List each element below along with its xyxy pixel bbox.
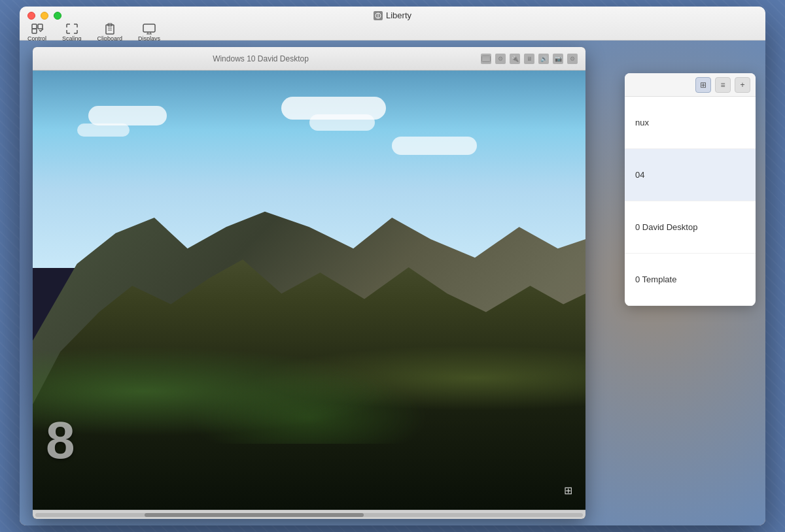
dropdown-header: ⊞ ≡ + bbox=[625, 73, 756, 97]
svg-rect-4 bbox=[32, 29, 37, 33]
keyboard-icon[interactable] bbox=[481, 54, 491, 64]
cloud-2 bbox=[77, 124, 130, 137]
grid-view-button[interactable]: ⊞ bbox=[695, 77, 711, 93]
title-bar: Liberty Control bbox=[20, 7, 765, 41]
svg-rect-2 bbox=[32, 24, 37, 29]
toolbar-displays[interactable]: Displays bbox=[135, 22, 163, 42]
gear-icon[interactable]: ⚙ bbox=[567, 54, 578, 64]
vm-title: Windows 10 David Desktop bbox=[41, 54, 481, 63]
scrollbar-track bbox=[35, 513, 583, 517]
snapshot-icon[interactable]: 📷 bbox=[553, 54, 563, 64]
item-template-text: 0 Template bbox=[635, 274, 676, 284]
app-icon bbox=[374, 11, 383, 20]
close-button[interactable] bbox=[27, 12, 35, 20]
title-bar-top: Liberty bbox=[20, 7, 765, 24]
toolbar-control[interactable]: Control bbox=[25, 22, 49, 42]
volume-icon[interactable]: 🔊 bbox=[538, 54, 549, 64]
item-david-desktop-text: 0 David Desktop bbox=[635, 222, 697, 232]
vm-toolbar: Windows 10 David Desktop bbox=[33, 47, 585, 71]
item-04-text: 04 bbox=[635, 170, 644, 180]
minimize-button[interactable] bbox=[41, 12, 48, 20]
overlay-number: 8 bbox=[46, 410, 75, 471]
cloud-4 bbox=[309, 114, 375, 131]
list-item-04[interactable]: 04 bbox=[625, 149, 756, 201]
item-linux-text: nux bbox=[635, 118, 649, 127]
svg-rect-10 bbox=[482, 56, 491, 61]
maximize-button[interactable] bbox=[54, 12, 61, 20]
add-item-button[interactable]: + bbox=[735, 77, 750, 93]
vm-content: 8 ⊞ bbox=[33, 71, 585, 510]
list-view-button[interactable]: ≡ bbox=[715, 77, 731, 93]
toolbar-clipboard[interactable]: Clipboard bbox=[95, 22, 126, 42]
settings-icon[interactable]: ⚙ bbox=[495, 54, 506, 64]
list-item-template[interactable]: 0 Template bbox=[625, 254, 756, 306]
svg-rect-3 bbox=[38, 24, 43, 29]
window-controls bbox=[27, 12, 61, 20]
usb-icon[interactable]: 🔌 bbox=[510, 54, 520, 64]
svg-rect-9 bbox=[143, 24, 155, 32]
vegetation-layer bbox=[33, 312, 585, 444]
window-title: Liberty bbox=[374, 10, 411, 20]
title-label: Liberty bbox=[386, 10, 411, 20]
list-item-linux[interactable]: nux bbox=[625, 97, 756, 149]
displays-icon bbox=[143, 23, 156, 35]
main-content: Windows 10 David Desktop bbox=[20, 41, 765, 525]
list-item-david-desktop[interactable]: 0 David Desktop bbox=[625, 201, 756, 254]
toolbar-scaling[interactable]: Scaling bbox=[60, 22, 84, 42]
control-icon bbox=[31, 23, 44, 35]
mac-window: Liberty Control bbox=[20, 7, 765, 525]
cloud-5 bbox=[392, 137, 477, 155]
vm-screen-icon-overlay[interactable]: ⊞ bbox=[564, 484, 572, 497]
screen-icon-vm[interactable]: 🖥 bbox=[524, 54, 534, 64]
scrollbar-thumb bbox=[145, 513, 364, 517]
vm-scrollbar[interactable] bbox=[33, 510, 585, 519]
toolbar: Control Scaling bbox=[20, 24, 765, 40]
dropdown-panel: ⊞ ≡ + nux 04 0 David Desktop 0 Template bbox=[625, 73, 756, 306]
vm-toolbar-icons: ⚙ 🔌 🖥 🔊 📷 ⚙ bbox=[481, 54, 578, 64]
vm-window[interactable]: Windows 10 David Desktop bbox=[33, 47, 585, 519]
scaling-icon bbox=[65, 23, 78, 35]
clipboard-icon bbox=[103, 23, 116, 35]
cloud-1 bbox=[88, 106, 167, 125]
